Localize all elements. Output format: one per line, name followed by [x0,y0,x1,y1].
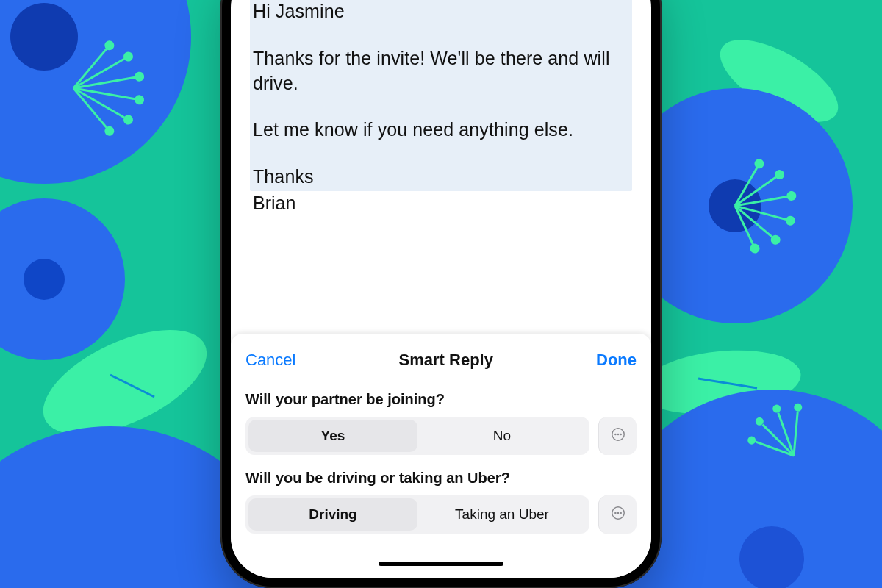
question-transport: Will you be driving or taking an Uber? D… [245,470,637,534]
option-yes[interactable]: Yes [248,420,417,452]
svg-point-47 [773,405,781,412]
question-label: Will your partner be joining? [245,391,637,408]
home-indicator[interactable] [379,562,503,566]
question-partner: Will your partner be joining? Yes No [245,391,637,455]
option-uber[interactable]: Taking an Uber [417,498,587,531]
smart-reply-sheet: Cancel Smart Reply Done Will your partne… [231,334,651,578]
svg-point-9 [10,3,78,71]
more-options-button[interactable] [598,495,637,534]
segmented-control-partner: Yes No [245,417,589,455]
svg-point-16 [739,526,804,588]
cancel-button[interactable]: Cancel [245,351,295,370]
more-options-button[interactable] [598,417,637,455]
email-body-line: Thanks for the invite! We'll be there an… [253,46,628,96]
svg-point-25 [135,96,144,104]
svg-point-37 [786,216,795,225]
phone-screen: Hi Jasmine Thanks for the invite! We'll … [231,0,651,578]
email-greeting: Hi Jasmine [253,0,628,24]
svg-point-57 [620,512,622,514]
svg-point-52 [617,434,619,436]
svg-point-53 [620,434,622,436]
option-no[interactable]: No [417,420,587,452]
svg-point-23 [135,72,144,81]
svg-point-51 [614,434,617,436]
sheet-title: Smart Reply [399,351,493,370]
done-button[interactable]: Done [596,351,637,370]
phone-frame: Hi Jasmine Thanks for the invite! We'll … [220,0,662,588]
email-compose-area: Hi Jasmine Thanks for the invite! We'll … [231,0,651,225]
svg-point-55 [614,512,617,514]
svg-point-11 [24,259,65,300]
ellipsis-icon [610,426,626,445]
email-closing-line: Let me know if you need anything else. [253,118,628,143]
email-body-selected[interactable]: Hi Jasmine Thanks for the invite! We'll … [250,0,632,191]
svg-point-49 [795,404,801,411]
email-signoff: Thanks [253,165,628,190]
question-label: Will you be driving or taking an Uber? [245,470,637,487]
svg-point-35 [787,192,796,201]
segmented-control-transport: Driving Taking an Uber [245,495,589,534]
email-sender-name: Brian [250,191,632,225]
svg-point-56 [617,512,619,514]
ellipsis-icon [610,505,626,524]
svg-point-43 [748,437,756,444]
sheet-header: Cancel Smart Reply Done [245,344,637,376]
option-driving[interactable]: Driving [248,498,417,531]
